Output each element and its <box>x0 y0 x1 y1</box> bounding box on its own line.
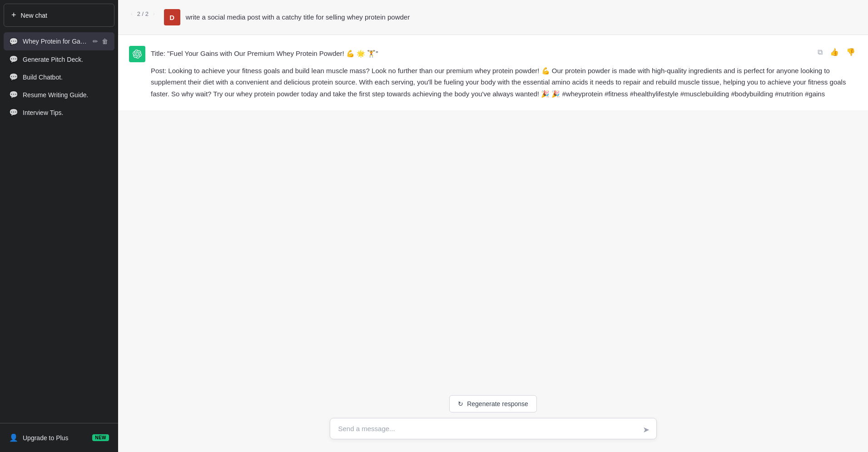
user-message-text: write a social media post with a catchy … <box>186 9 857 23</box>
pagination-text: 2 / 2 <box>137 10 149 17</box>
chat-bubble-icon: 💬 <box>9 37 18 46</box>
sidebar-footer: 👤 Upgrade to Plus NEW <box>0 423 118 452</box>
user-icon: 👤 <box>9 433 18 442</box>
sidebar-item-label: Build Chatbot. <box>23 74 109 81</box>
bottom-area: ↻ Regenerate response ➤ <box>118 388 868 452</box>
upgrade-button[interactable]: 👤 Upgrade to Plus NEW <box>4 429 114 447</box>
sidebar-nav: 💬Whey Protein for Gains.✏🗑💬Generate Pitc… <box>0 30 118 423</box>
input-row: ➤ <box>330 418 657 441</box>
regenerate-button[interactable]: ↻ Regenerate response <box>449 395 537 412</box>
avatar-letter: D <box>169 14 174 21</box>
sidebar-item-resume-writing[interactable]: 💬Resume Writing Guide. <box>4 86 114 104</box>
chat-bubble-icon: 💬 <box>9 90 18 99</box>
delete-button[interactable]: 🗑 <box>101 37 109 46</box>
send-button[interactable]: ➤ <box>641 423 651 437</box>
sidebar-item-label: Generate Pitch Deck. <box>23 56 109 63</box>
user-message-row: ‹ 2 / 2 › D write a social media post wi… <box>118 0 868 35</box>
new-chat-label: New chat <box>21 12 47 19</box>
sidebar-item-label: Resume Writing Guide. <box>23 91 109 99</box>
ai-response-title: Title: "Fuel Your Gains with Our Premium… <box>151 48 857 60</box>
sidebar-item-label: Interview Tips. <box>23 109 109 116</box>
item-actions: ✏🗑 <box>92 37 109 46</box>
prev-arrow[interactable]: ‹ <box>129 10 134 17</box>
sidebar-item-build-chatbot[interactable]: 💬Build Chatbot. <box>4 68 114 86</box>
new-badge: NEW <box>92 434 109 441</box>
chat-bubble-icon: 💬 <box>9 55 18 64</box>
message-input[interactable] <box>330 418 657 439</box>
ai-response-wrapper: Title: "Fuel Your Gains with Our Premium… <box>151 46 857 99</box>
thumbs-down-button[interactable]: 👎 <box>844 46 857 58</box>
ai-actions: ⧉ 👍 👎 <box>816 46 857 58</box>
new-chat-button[interactable]: + New chat <box>4 4 114 27</box>
regenerate-icon: ↻ <box>458 400 463 407</box>
regenerate-label: Regenerate response <box>467 400 528 407</box>
sidebar-item-generate-pitch[interactable]: 💬Generate Pitch Deck. <box>4 50 114 68</box>
chat-area: ‹ 2 / 2 › D write a social media post wi… <box>118 0 868 388</box>
chat-bubble-icon: 💬 <box>9 108 18 117</box>
send-icon: ➤ <box>643 425 650 435</box>
ai-response-text: Title: "Fuel Your Gains with Our Premium… <box>151 48 857 99</box>
thumbs-up-button[interactable]: 👍 <box>828 46 841 58</box>
sidebar-item-label: Whey Protein for Gains. <box>23 38 87 45</box>
plus-icon: + <box>11 10 16 20</box>
user-avatar: D <box>164 9 180 25</box>
sidebar-item-interview-tips[interactable]: 💬Interview Tips. <box>4 104 114 121</box>
sidebar: + New chat 💬Whey Protein for Gains.✏🗑💬Ge… <box>0 0 118 452</box>
ai-response-body: Post: Looking to achieve your fitness go… <box>151 65 857 100</box>
pagination: ‹ 2 / 2 › <box>129 10 157 17</box>
chat-bubble-icon: 💬 <box>9 73 18 81</box>
sidebar-item-whey-protein[interactable]: 💬Whey Protein for Gains.✏🗑 <box>4 32 114 50</box>
edit-button[interactable]: ✏ <box>92 37 99 46</box>
ai-message-row: Title: "Fuel Your Gains with Our Premium… <box>118 35 868 110</box>
next-arrow[interactable]: › <box>151 10 157 17</box>
ai-avatar <box>129 46 145 62</box>
copy-button[interactable]: ⧉ <box>816 46 824 58</box>
main-content: ‹ 2 / 2 › D write a social media post wi… <box>118 0 868 452</box>
upgrade-label: Upgrade to Plus <box>23 434 88 442</box>
